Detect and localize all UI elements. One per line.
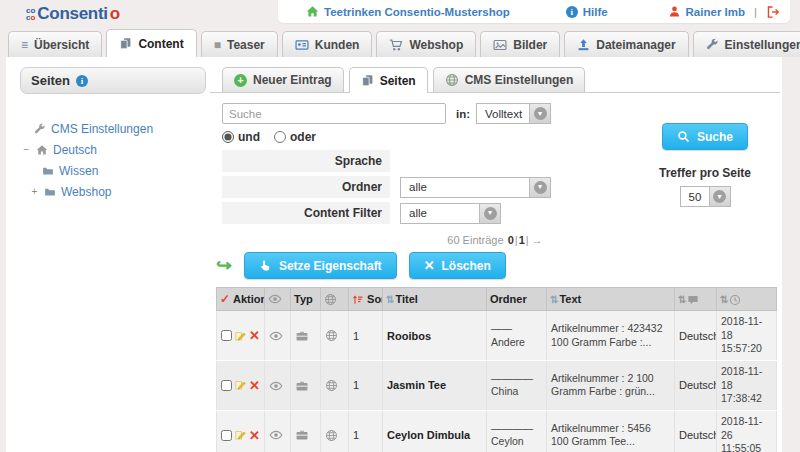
- filter-label: Sprache: [222, 150, 390, 172]
- sort-arrows-icon: ⇅: [386, 294, 394, 305]
- tree-item-cms-einstellungen[interactable]: CMS Einstellungen: [20, 118, 206, 139]
- tab-uebersicht[interactable]: ≡ Übersicht: [8, 31, 102, 57]
- content-area: + Neuer Eintrag Seiten CMS Einstellungen…: [210, 65, 780, 452]
- collapse-icon[interactable]: −: [22, 144, 31, 155]
- language-cell: Deutsch: [675, 361, 717, 411]
- col-text[interactable]: ⇅Text: [547, 288, 675, 311]
- tree-item-webshop[interactable]: + Webshop: [20, 181, 206, 202]
- table-row: ✕ 1 Rooibos —— Andere Artikelnummer : 42…: [217, 311, 777, 361]
- tree-item-deutsch[interactable]: − Deutsch: [20, 139, 206, 160]
- filter-label: Ordner: [222, 176, 390, 198]
- idcard-icon: [295, 38, 309, 52]
- edit-icon[interactable]: [235, 428, 246, 442]
- chevron-down-icon: ▾: [709, 187, 730, 206]
- tab-content[interactable]: Content: [106, 29, 196, 57]
- search-input[interactable]: [222, 103, 446, 124]
- info-icon[interactable]: i: [76, 75, 88, 87]
- edit-icon[interactable]: [235, 329, 246, 343]
- tab-einstellungen[interactable]: Einstellungen: [693, 31, 800, 57]
- radio-und[interactable]: und: [222, 130, 260, 144]
- delete-icon[interactable]: ✕: [249, 429, 260, 442]
- date-cell: 2018-11-18 17:38:42: [717, 361, 777, 411]
- eye-icon[interactable]: [269, 428, 283, 442]
- tab-neuer-eintrag[interactable]: + Neuer Eintrag: [222, 67, 344, 92]
- delete-icon[interactable]: ✕: [249, 379, 260, 392]
- redo-arrow-icon[interactable]: ↪: [216, 255, 232, 276]
- table-row: ✕ 1 Jasmin Tee ———— China Artikelnummer …: [217, 361, 777, 411]
- type-icon: [295, 329, 309, 343]
- tab-bilder[interactable]: Bilder: [480, 31, 560, 57]
- tab-label: Webshop: [409, 38, 463, 52]
- tab-label: Bilder: [513, 38, 547, 52]
- per-page-select[interactable]: 50 ▾: [680, 186, 731, 207]
- menu-icon: ≡: [21, 39, 28, 51]
- expand-icon[interactable]: +: [30, 186, 39, 197]
- table-row: ✕ 1 Ceylon Dimbula ———— Ceylon Artikelnu…: [217, 410, 777, 452]
- tree-item-label[interactable]: CMS Einstellungen: [51, 122, 153, 136]
- radio-oder[interactable]: oder: [274, 130, 316, 144]
- pages-icon: [119, 37, 132, 50]
- row-checkbox[interactable]: [221, 430, 232, 441]
- chevron-down-icon: ▾: [529, 178, 550, 197]
- row-checkbox[interactable]: [221, 330, 232, 341]
- tree-item-wissen[interactable]: Wissen: [20, 160, 206, 181]
- delete-icon[interactable]: ✕: [249, 329, 260, 342]
- tab-label: Seiten: [380, 74, 416, 88]
- language-cell: Deutsch: [675, 311, 717, 361]
- ordner-cell: ———— China: [487, 361, 547, 411]
- picture-icon: [493, 38, 507, 52]
- x-icon: ✕: [424, 258, 435, 273]
- tree-item-label[interactable]: Webshop: [61, 185, 111, 199]
- bulk-actions: ↪ Setze Eigenschaft ✕ Löschen: [216, 252, 780, 279]
- col-typ: Typ: [291, 288, 321, 311]
- separator: |: [754, 6, 757, 18]
- tab-webshop[interactable]: Webshop: [376, 31, 476, 57]
- main-panel: Seiten i CMS Einstellungen − Deutsch Wis…: [6, 57, 782, 452]
- delete-button[interactable]: ✕ Löschen: [409, 252, 506, 279]
- tree-item-label[interactable]: Deutsch: [53, 143, 97, 157]
- tab-kunden[interactable]: Kunden: [282, 31, 373, 57]
- tab-cms-einstellungen[interactable]: CMS Einstellungen: [433, 67, 586, 92]
- titel-cell: Rooibos: [383, 311, 487, 361]
- tab-dateimanager[interactable]: Dateimanager: [564, 31, 688, 57]
- logout-icon[interactable]: [766, 5, 780, 19]
- comment-icon: [687, 294, 699, 306]
- search-button[interactable]: Suche: [662, 123, 748, 150]
- ordner-select[interactable]: alle ▾: [400, 177, 551, 198]
- date-cell: 2018-11-18 15:57:20: [717, 311, 777, 361]
- edit-icon[interactable]: [235, 378, 246, 392]
- user-name-link[interactable]: Rainer Imb: [686, 6, 745, 18]
- col-language[interactable]: ⇅: [675, 288, 717, 311]
- tab-teaser[interactable]: ■ Teaser: [201, 31, 278, 57]
- tab-label: Einstellungen: [725, 38, 800, 52]
- page-tree: CMS Einstellungen − Deutsch Wissen + Web…: [20, 118, 206, 202]
- row-checkbox[interactable]: [221, 380, 232, 391]
- col-titel[interactable]: ⇅Titel: [383, 288, 487, 311]
- globe-icon: [325, 379, 338, 392]
- set-property-button[interactable]: Setze Eigenschaft: [244, 252, 397, 279]
- tree-item-label[interactable]: Wissen: [59, 164, 98, 178]
- chevron-down-icon: ▾: [479, 204, 500, 223]
- pages-icon: [361, 74, 374, 87]
- col-date[interactable]: ⇅: [717, 288, 777, 311]
- eye-icon[interactable]: [269, 329, 283, 343]
- check-icon: ✓: [220, 292, 230, 306]
- text-cell: Artikelnummer : 2 100 Gramm Farbe : grün…: [547, 361, 675, 411]
- sort-value: 1: [349, 410, 383, 452]
- sidebar: Seiten i CMS Einstellungen − Deutsch Wis…: [20, 67, 206, 202]
- sort-value: 1: [349, 361, 383, 411]
- col-sort[interactable]: Sort.: [349, 288, 383, 311]
- eye-icon[interactable]: [269, 379, 283, 393]
- sort-amount-icon: [352, 294, 364, 306]
- next-page-arrow[interactable]: →: [532, 234, 543, 246]
- globe-gear-icon: [445, 73, 459, 87]
- help-link[interactable]: Hilfe: [583, 6, 608, 18]
- tab-seiten[interactable]: Seiten: [349, 67, 428, 93]
- page-0-link[interactable]: 0: [508, 234, 514, 246]
- shop-link[interactable]: Teetrinken Consentio-Mustershop: [324, 6, 510, 18]
- page-1-link[interactable]: 1: [519, 234, 525, 246]
- ordner-cell: —— Andere: [487, 311, 547, 361]
- tab-label: Content: [138, 37, 183, 51]
- search-in-select[interactable]: Volltext ▾: [476, 103, 551, 124]
- content-filter-select[interactable]: alle ▾: [400, 203, 501, 224]
